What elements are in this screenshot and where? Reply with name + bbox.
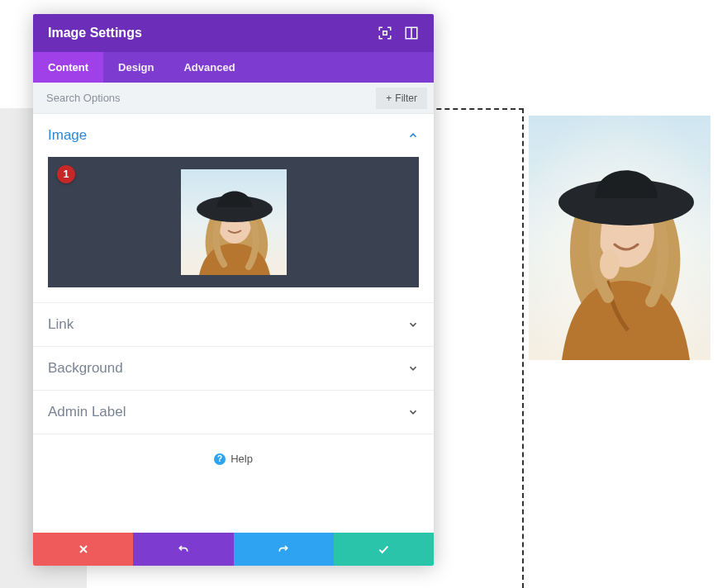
svg-rect-5 xyxy=(383,31,387,36)
tab-design[interactable]: Design xyxy=(103,52,169,83)
undo-icon xyxy=(177,543,190,556)
close-icon xyxy=(77,543,90,556)
footer-bar xyxy=(33,533,434,566)
section-link: Link xyxy=(33,303,434,347)
search-input[interactable] xyxy=(33,83,369,113)
chevron-down-icon xyxy=(407,319,419,330)
expand-icon[interactable] xyxy=(378,26,392,40)
redo-button[interactable] xyxy=(234,533,334,566)
panel-body: Image xyxy=(33,114,434,533)
help-icon: ? xyxy=(214,453,226,465)
section-title-image: Image xyxy=(48,127,87,144)
help-label: Help xyxy=(230,453,253,465)
section-title-link: Link xyxy=(48,316,74,333)
tab-advanced[interactable]: Advanced xyxy=(169,52,249,83)
section-background: Background xyxy=(33,347,434,391)
filter-button[interactable]: + Filter xyxy=(376,88,427,109)
svg-point-4 xyxy=(600,249,620,279)
image-upload-well[interactable] xyxy=(48,157,419,287)
page-preview-image xyxy=(529,116,710,360)
section-header-image[interactable]: Image xyxy=(33,114,434,157)
image-thumbnail xyxy=(181,169,287,275)
help-row[interactable]: ? Help xyxy=(33,434,434,483)
chevron-up-icon xyxy=(407,130,419,141)
search-bar: + Filter xyxy=(33,83,434,114)
snap-icon[interactable] xyxy=(404,26,419,40)
section-header-admin-label[interactable]: Admin Label xyxy=(33,391,434,434)
filter-label: Filter xyxy=(395,92,417,104)
panel-header[interactable]: Image Settings xyxy=(33,14,434,52)
section-header-link[interactable]: Link xyxy=(33,303,434,346)
plus-icon: + xyxy=(386,92,392,104)
cancel-button[interactable] xyxy=(33,533,133,566)
chevron-down-icon xyxy=(407,363,419,374)
check-icon xyxy=(377,543,390,556)
annotation-marker-1: 1 xyxy=(57,165,75,183)
section-image: Image xyxy=(33,114,434,303)
section-header-background[interactable]: Background xyxy=(33,347,434,390)
panel-title: Image Settings xyxy=(48,26,142,40)
redo-icon xyxy=(277,543,290,556)
builder-dashed-col xyxy=(522,108,524,588)
undo-button[interactable] xyxy=(133,533,233,566)
save-button[interactable] xyxy=(334,533,434,566)
section-title-background: Background xyxy=(48,360,123,377)
tabs: Content Design Advanced xyxy=(33,52,434,83)
settings-panel: Image Settings Content Design Advanced +… xyxy=(33,14,434,566)
chevron-down-icon xyxy=(407,406,419,418)
section-title-admin-label: Admin Label xyxy=(48,404,126,420)
section-admin-label: Admin Label xyxy=(33,391,434,434)
tab-content[interactable]: Content xyxy=(33,52,103,83)
